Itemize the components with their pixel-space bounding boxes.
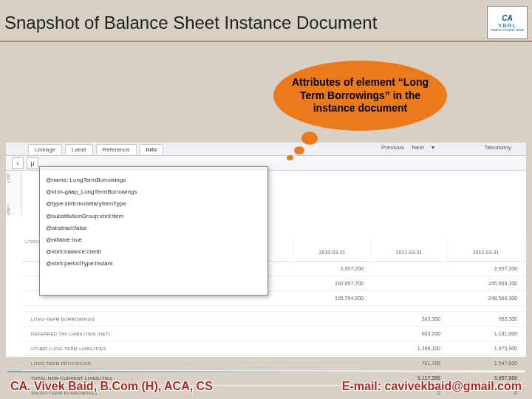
- cell: 195,794,900: [294, 296, 371, 301]
- attr-nillable: @nillable:true: [46, 234, 262, 246]
- logo-ca: CA: [502, 14, 512, 22]
- cell: 1,181,000: [448, 331, 525, 336]
- cell: 1,975,900: [448, 346, 525, 351]
- logo-xbrl: XBRL: [498, 22, 516, 29]
- callout-tail: [294, 146, 304, 154]
- row-label: DEFERRED TAX LIABILITIES (NET): [22, 332, 294, 336]
- row-label: OTHER LONG-TERM LIABILITIES: [22, 347, 294, 351]
- cell: 363,300: [371, 316, 448, 321]
- attr-substitution-group: @substitutionGroup:xbrli:item: [46, 211, 262, 222]
- attr-balance: @xbrli:balance:credit: [46, 246, 262, 258]
- tab-info[interactable]: Info: [140, 144, 164, 154]
- author-email: E-mail: cavivekbaid@gmail.com: [342, 380, 522, 393]
- callout-tail: [287, 155, 293, 160]
- tab-linkage[interactable]: Linkage: [28, 144, 62, 154]
- table-row[interactable]: DEFERRED TAX LIABILITIES (NET)603,2001,1…: [22, 327, 526, 341]
- app-window: Linkage Label Reference Info Previous Ne…: [6, 143, 526, 357]
- attr-abstract: @abstract:false: [46, 222, 262, 234]
- attr-type: @type:xbrli:monetaryItemType: [46, 198, 262, 210]
- cell: 952,300: [448, 316, 525, 321]
- logo-tagline: INSTANCE DOCUMENT VIEWER: [491, 29, 525, 32]
- page-title: Snapshot of Balance Sheet Instance Docum…: [4, 13, 487, 33]
- cell: 1,299,100: [371, 346, 448, 351]
- cell: 603,200: [371, 331, 448, 336]
- table-row[interactable]: LONG-TERM PROVISIONS761,7001,547,800: [22, 356, 526, 371]
- row-label: LONG-TERM PROVISIONS: [22, 361, 294, 366]
- attr-name: @name: LongTermBorrowings: [46, 174, 262, 186]
- callout-bubble: Attributes of element “Long Term Borrowi…: [273, 61, 447, 131]
- cell: 2,957,200: [448, 266, 525, 271]
- gutter-label: UNIT: [6, 205, 10, 216]
- row-label: LONG-TERM BORROWINGS: [22, 317, 294, 321]
- tool-mu-icon[interactable]: μ: [27, 157, 38, 169]
- left-gutter: (IN T UNIT: [6, 171, 22, 216]
- cell: 192,857,700: [294, 281, 371, 286]
- chevron-down-icon[interactable]: ▾: [432, 144, 434, 151]
- attributes-popup: @name: LongTermBorrowings @id:in-gaap_Lo…: [39, 166, 268, 296]
- popup-body: @name: LongTermBorrowings @id:in-gaap_Lo…: [40, 170, 267, 275]
- table-row[interactable]: LONG-TERM BORROWINGS363,300952,300: [22, 312, 526, 327]
- logo-box: CA XBRL INSTANCE DOCUMENT VIEWER: [487, 6, 528, 39]
- cell: 1,547,800: [448, 361, 525, 366]
- nav-next[interactable]: Next: [412, 144, 423, 151]
- callout-tail: [301, 132, 318, 145]
- tab-label[interactable]: Label: [65, 144, 93, 154]
- gutter-label: (IN T: [6, 174, 10, 183]
- nav-previous[interactable]: Previous: [381, 144, 404, 151]
- table-row[interactable]: OTHER LONG-TERM LIABILITIES1,299,1001,97…: [22, 341, 526, 356]
- author-credit: CA. Vivek Baid, B.Com (H), ACA, CS: [10, 380, 213, 393]
- tool-arrow-icon[interactable]: ‹: [12, 157, 24, 169]
- cell: 761,700: [371, 361, 448, 366]
- attr-id: @id:in-gaap_LongTermBorrowings: [46, 186, 262, 198]
- col-header-3: 2012-03-31: [448, 238, 525, 261]
- tab-reference[interactable]: Reference: [96, 144, 137, 154]
- col-header-2: 2011-03-31: [371, 238, 448, 261]
- footer: CA. Vivek Baid, B.Com (H), ACA, CS E-mai…: [0, 380, 532, 393]
- nav-controls: Previous Next ▾: [378, 144, 437, 151]
- callout-text: Attributes of element “Long Term Borrowi…: [281, 76, 440, 115]
- divider: [7, 371, 525, 372]
- cell: 2,957,200: [294, 266, 371, 271]
- col-header-1: 2010-03-31: [294, 238, 371, 261]
- taxonomy-button[interactable]: Taxonomy: [485, 144, 511, 151]
- cell: 248,566,300: [448, 296, 525, 301]
- tab-bar: Linkage Label Reference Info Previous Ne…: [6, 143, 526, 156]
- attr-period-type: @xbrli:periodType:instant: [46, 258, 262, 270]
- cell: 245,609,100: [448, 281, 525, 286]
